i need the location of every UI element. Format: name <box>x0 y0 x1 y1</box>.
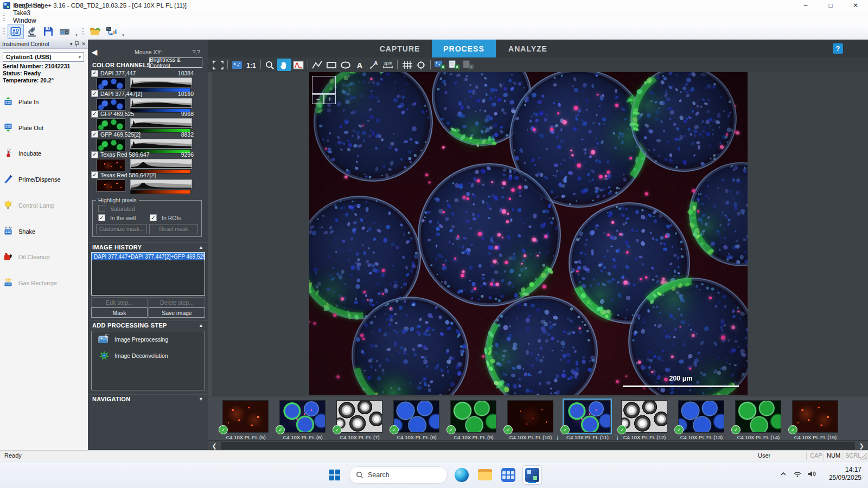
export-table-excel-icon[interactable]: X <box>447 59 461 71</box>
channel-checkbox[interactable]: ✓ <box>91 111 98 118</box>
collapse-up-icon[interactable]: ▲ <box>199 245 203 250</box>
instrument-action-plate-in[interactable]: Plate In <box>3 93 85 111</box>
toolbar-overflow-icon[interactable]: ▾ <box>120 23 126 39</box>
line-tool-icon[interactable] <box>310 59 324 71</box>
channel-checkbox[interactable]: ✓ <box>91 131 98 138</box>
crosshair-icon[interactable] <box>414 59 428 71</box>
filmstrip-thumbnail[interactable]: ✓C4 10X PL FL (5) <box>222 400 269 440</box>
scalebar-tool-icon[interactable]: 2μm <box>381 59 395 71</box>
brightness-contrast-button[interactable]: Brightness & Contrast <box>149 57 202 68</box>
filmstrip-thumbnail-selected[interactable]: ✓C4 10X PL FL (11) <box>564 400 610 440</box>
instrument-action-shake[interactable]: Shake <box>3 222 85 241</box>
filmstrip-thumbnail[interactable]: ✓C4 10X PL FL (10) <box>507 400 553 440</box>
saturated-checkbox[interactable]: ✓ <box>98 205 105 212</box>
fit-screen-icon[interactable] <box>211 59 225 71</box>
export-image-excel-icon[interactable]: X <box>433 59 447 71</box>
gen5-taskbar-button[interactable] <box>522 465 542 485</box>
thumbnail-image[interactable] <box>792 400 838 433</box>
collapse-up-icon[interactable]: ▲ <box>199 323 203 328</box>
instrument-action-control-lamp[interactable]: Control Lamp <box>3 196 85 215</box>
menu-item-image-set[interactable]: Image Set <box>8 2 48 9</box>
scrollbar-thumb[interactable] <box>221 442 855 450</box>
processing-step-image-preprocessing[interactable]: Image Preprocessing <box>92 331 205 348</box>
rect-tool-icon[interactable] <box>324 59 339 71</box>
channel-checkbox[interactable]: ✓ <box>91 70 98 77</box>
imager-button[interactable] <box>56 24 73 39</box>
maximize-button[interactable]: □ <box>818 0 843 11</box>
instrument-action-incubate[interactable]: Incubate <box>3 144 85 163</box>
wifi-icon[interactable] <box>793 470 802 480</box>
mask-button[interactable]: Mask <box>91 307 148 318</box>
thumbnail-image[interactable] <box>678 400 724 433</box>
collapse-down-icon[interactable]: ▼ <box>199 396 203 402</box>
tab-process[interactable]: PROCESS <box>432 40 496 57</box>
well-plate-button[interactable] <box>8 24 24 39</box>
microscopy-image[interactable] <box>309 72 748 395</box>
thumbnail-image[interactable] <box>450 400 496 433</box>
open-folder-button[interactable] <box>87 24 103 39</box>
menu-item-take3[interactable]: Take3 <box>8 9 48 17</box>
filmstrip-thumbnail[interactable]: ✓C4 10X PL FL (13) <box>678 400 724 440</box>
customize-mask-button[interactable]: Customize mask... <box>96 224 147 234</box>
thumbnail-image[interactable] <box>621 400 667 433</box>
channel-thumbnail[interactable] <box>97 139 125 151</box>
file-explorer-button[interactable] <box>476 466 494 484</box>
thumbnail-image[interactable] <box>735 400 781 433</box>
toolbar-overflow-icon[interactable]: ▾ <box>74 23 79 39</box>
channel-histogram[interactable] <box>130 179 191 194</box>
arrow-tool-icon[interactable]: A <box>367 59 381 71</box>
channel-thumbnail[interactable] <box>97 159 125 171</box>
close-button[interactable]: ✕ <box>843 0 868 11</box>
thumbnail-image[interactable] <box>393 400 439 433</box>
microscope-button[interactable] <box>24 24 40 39</box>
scroll-right-button[interactable]: ❯ <box>857 441 866 451</box>
save-button[interactable] <box>40 24 56 39</box>
one-to-one-icon[interactable]: 1:1 <box>244 59 258 71</box>
channel-thumbnail[interactable] <box>97 98 125 111</box>
filmstrip-thumbnail[interactable]: ✓C4 10X PL FL (6) <box>279 400 326 440</box>
instrument-action-prime-dispense[interactable]: Prime/Dispense <box>3 170 85 189</box>
help-button[interactable]: ? <box>833 43 843 54</box>
reset-mask-button[interactable]: Reset mask <box>149 224 198 234</box>
collapse-panel-button[interactable]: ◀ <box>90 45 99 59</box>
zoom-in-button[interactable]: + <box>324 94 336 104</box>
filmstrip-thumbnail[interactable]: ✓C4 10X PL FL (7) <box>336 400 382 440</box>
panel-splitter[interactable] <box>208 72 212 396</box>
close-panel-icon[interactable]: ✕ <box>81 41 86 47</box>
channel-checkbox[interactable]: ✓ <box>91 171 98 178</box>
thumbnail-image[interactable] <box>222 400 269 433</box>
filmstrip-thumbnail[interactable]: ✓C4 10X PL FL (15) <box>792 400 838 440</box>
volume-icon[interactable] <box>807 470 816 480</box>
resize-grip[interactable] <box>860 453 867 460</box>
minimize-button[interactable]: – <box>793 0 818 11</box>
start-button[interactable] <box>326 466 344 484</box>
panel-menu-icon[interactable]: ▾ <box>70 41 73 47</box>
history-item[interactable]: DAPI 377,447+DAPI 377,447[2]+GFP 469,525… <box>92 253 205 260</box>
instrument-action-oil-cleanup[interactable]: Oil Cleanup <box>3 248 85 266</box>
instrument-action-plate-out[interactable]: Plate Out <box>3 119 85 137</box>
text-tool-icon[interactable]: A <box>353 59 367 71</box>
thumbnail-image[interactable] <box>279 400 326 433</box>
navigator-overlay[interactable] <box>312 76 336 94</box>
pin-icon[interactable] <box>74 41 79 48</box>
taskbar-clock[interactable]: 14:17 25/09/2025 <box>829 466 861 482</box>
add-processing-step-header[interactable]: ADD PROCESSING STEP ▲ <box>88 320 208 329</box>
export-report-icon[interactable]: X <box>461 59 475 71</box>
taskbar-search[interactable]: Search <box>349 466 448 484</box>
edge-browser-button[interactable] <box>452 466 471 484</box>
channel-checkbox[interactable]: ✓ <box>91 151 98 158</box>
histogram-icon[interactable] <box>291 59 305 71</box>
filmstrip-thumbnail[interactable]: ✓C4 10X PL FL (12) <box>621 400 667 440</box>
scroll-left-button[interactable]: ❮ <box>209 441 219 451</box>
channel-thumbnail[interactable] <box>97 118 125 131</box>
filmstrip-thumbnail[interactable]: ✓C4 10X PL FL (8) <box>393 400 439 440</box>
tray-chevron-icon[interactable] <box>779 470 788 480</box>
grid-overlay-icon[interactable] <box>400 59 414 71</box>
save-image-button[interactable]: Save image <box>149 307 205 318</box>
plate-reader-app-button[interactable] <box>499 466 518 484</box>
filmstrip-thumbnail[interactable]: ✓C4 10X PL FL (9) <box>450 400 496 440</box>
ellipse-tool-icon[interactable] <box>339 59 353 71</box>
zoom-out-button[interactable]: − <box>312 94 324 104</box>
thumbnail-image[interactable] <box>507 400 553 433</box>
delete-step-button[interactable]: Delete step... <box>149 297 205 307</box>
